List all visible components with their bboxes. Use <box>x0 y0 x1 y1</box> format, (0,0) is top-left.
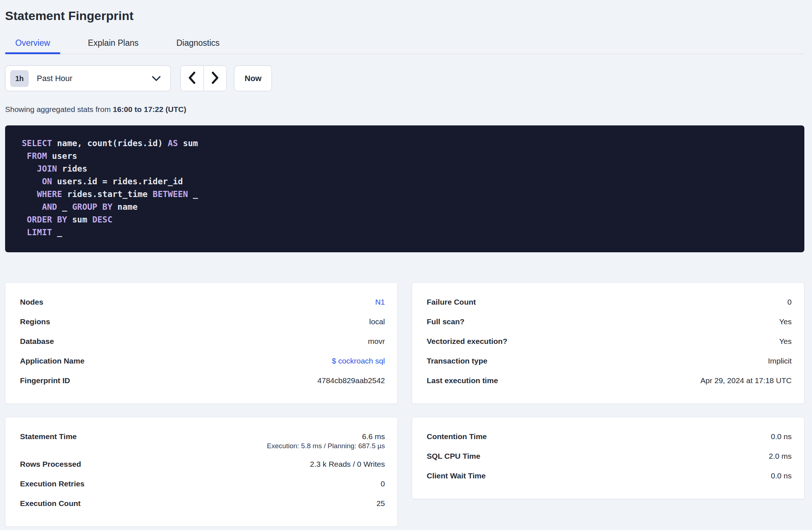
next-time-button[interactable] <box>204 66 227 91</box>
row-rows-processed: Rows Processed2.3 k Reads / 0 Writes <box>20 454 385 474</box>
row-value: 4784cb829aab2542 <box>317 376 385 385</box>
time-range-picker[interactable]: 1h Past Hour <box>5 65 171 91</box>
row-regions: Regionslocal <box>20 312 385 332</box>
row-value-group: 2.0 ms <box>769 446 792 466</box>
sql-keyword: SELECT <box>22 138 52 148</box>
sql-keyword: AS <box>168 138 178 148</box>
row-value-group: Apr 29, 2024 at 17:18 UTC <box>700 371 792 390</box>
statement-fingerprint-page: Statement Fingerprint OverviewExplain Pl… <box>0 0 812 527</box>
row-label: Client Wait Time <box>427 466 486 486</box>
row-value: Implicit <box>768 357 792 365</box>
aggregated-stats-note: Showing aggregated stats from 16:00 to 1… <box>5 105 804 114</box>
sql-keyword: WHERE <box>37 189 62 199</box>
row-label: Execution Retries <box>20 474 84 494</box>
sql-text <box>22 189 37 199</box>
row-value-group: Yes <box>779 312 792 332</box>
tab-bar: OverviewExplain PlansDiagnostics <box>5 39 804 54</box>
wait-times-card: Contention Time0.0 nsSQL CPU Time2.0 msC… <box>412 417 804 499</box>
sql-text: _ <box>52 228 62 237</box>
sql-line: LIMIT _ <box>22 226 788 239</box>
time-range-badge: 1h <box>10 70 29 87</box>
chevron-left-icon <box>188 71 196 85</box>
row-sql-cpu-time: SQL CPU Time2.0 ms <box>427 446 792 466</box>
tab-explain-plans[interactable]: Explain Plans <box>78 39 149 54</box>
previous-time-button[interactable] <box>181 66 204 91</box>
sql-text: _ <box>57 202 72 212</box>
sql-text <box>22 151 27 161</box>
sql-text: rides <box>57 164 87 173</box>
row-value: 25 <box>377 499 385 507</box>
sql-text <box>22 164 37 173</box>
row-application-name: Application Name$ cockroach sql <box>20 351 385 371</box>
cards-row-timings: Statement Time6.6 msExecution: 5.8 ms / … <box>5 417 804 527</box>
sql-text <box>22 202 42 212</box>
sql-text <box>22 215 27 224</box>
row-label: Database <box>20 332 54 351</box>
row-value-group: N1 <box>375 292 385 312</box>
aggregated-stats-prefix: Showing aggregated stats from <box>5 105 113 113</box>
sql-text: sum <box>67 215 92 224</box>
sql-line: SELECT name, count(rides.id) AS sum <box>22 137 788 150</box>
sql-keyword: LIMIT <box>27 228 52 237</box>
row-value: 2.0 ms <box>769 452 792 460</box>
sql-keyword: FROM <box>27 151 47 161</box>
sql-keyword: DESC <box>92 215 112 224</box>
sql-line: JOIN rides <box>22 162 788 175</box>
row-client-wait-time: Client Wait Time0.0 ns <box>427 466 792 486</box>
sql-line: ORDER BY sum DESC <box>22 213 788 226</box>
sql-text: name, count(rides.id) <box>52 138 168 148</box>
row-value-group: 0 <box>787 292 792 312</box>
sql-text: sum <box>178 138 198 148</box>
sql-statement-box: SELECT name, count(rides.id) AS sum FROM… <box>5 125 804 252</box>
statement-details-card: NodesN1RegionslocalDatabasemovrApplicati… <box>5 282 398 404</box>
sql-keyword: GROUP BY <box>72 202 112 212</box>
row-value: 0 <box>787 298 792 306</box>
chevron-right-icon <box>211 71 219 85</box>
row-label: Full scan? <box>427 312 465 332</box>
row-last-execution-time: Last execution timeApr 29, 2024 at 17:18… <box>427 371 792 390</box>
row-value-group: 25 <box>377 494 385 513</box>
sql-line: AND _ GROUP BY name <box>22 201 788 213</box>
row-full-scan: Full scan?Yes <box>427 312 792 332</box>
page-title: Statement Fingerprint <box>5 0 804 23</box>
row-value-group: local <box>369 312 385 332</box>
row-nodes: NodesN1 <box>20 292 385 312</box>
row-subvalue: Execution: 5.8 ms / Planning: 687.5 µs <box>267 442 385 450</box>
row-value-group: 4784cb829aab2542 <box>317 371 385 390</box>
sql-line: ON users.id = rides.rider_id <box>22 175 788 188</box>
row-fingerprint-id: Fingerprint ID4784cb829aab2542 <box>20 371 385 390</box>
row-value-group: movr <box>368 332 385 351</box>
time-step-button-group <box>180 65 227 91</box>
sql-keyword: JOIN <box>37 164 57 173</box>
cards-row-details: NodesN1RegionslocalDatabasemovrApplicati… <box>5 282 804 404</box>
row-value: 0 <box>381 479 385 488</box>
sql-line: WHERE rides.start_time BETWEEN _ <box>22 188 788 201</box>
row-value-link[interactable]: $ cockroach sql <box>332 357 385 365</box>
now-button[interactable]: Now <box>234 65 272 91</box>
row-execution-count: Execution Count25 <box>20 494 385 513</box>
row-value: Yes <box>779 337 792 345</box>
row-value-group: 0 <box>381 474 385 494</box>
row-value: local <box>369 317 385 326</box>
row-label: Application Name <box>20 351 84 371</box>
tab-label: Overview <box>15 38 50 48</box>
row-label: Failure Count <box>427 292 476 312</box>
sql-keyword: ORDER BY <box>27 215 67 224</box>
tab-overview[interactable]: Overview <box>5 39 60 54</box>
sql-keyword: AND <box>42 202 57 212</box>
row-contention-time: Contention Time0.0 ns <box>427 427 792 446</box>
row-label: Transaction type <box>427 351 487 371</box>
row-label: SQL CPU Time <box>427 446 480 466</box>
sql-text <box>22 177 42 186</box>
sql-keyword: BETWEEN <box>153 189 188 199</box>
row-value-group: $ cockroach sql <box>332 351 385 371</box>
tab-diagnostics[interactable]: Diagnostics <box>166 39 230 54</box>
row-label: Nodes <box>20 292 43 312</box>
time-range-label: Past Hour <box>37 74 72 83</box>
row-value-link[interactable]: N1 <box>375 298 385 306</box>
statement-times-card: Statement Time6.6 msExecution: 5.8 ms / … <box>5 417 398 527</box>
sql-text: rides.start_time <box>62 189 153 199</box>
row-label: Vectorized execution? <box>427 332 507 351</box>
sql-text: _ <box>188 189 198 199</box>
row-value: 6.6 ms <box>362 432 385 441</box>
